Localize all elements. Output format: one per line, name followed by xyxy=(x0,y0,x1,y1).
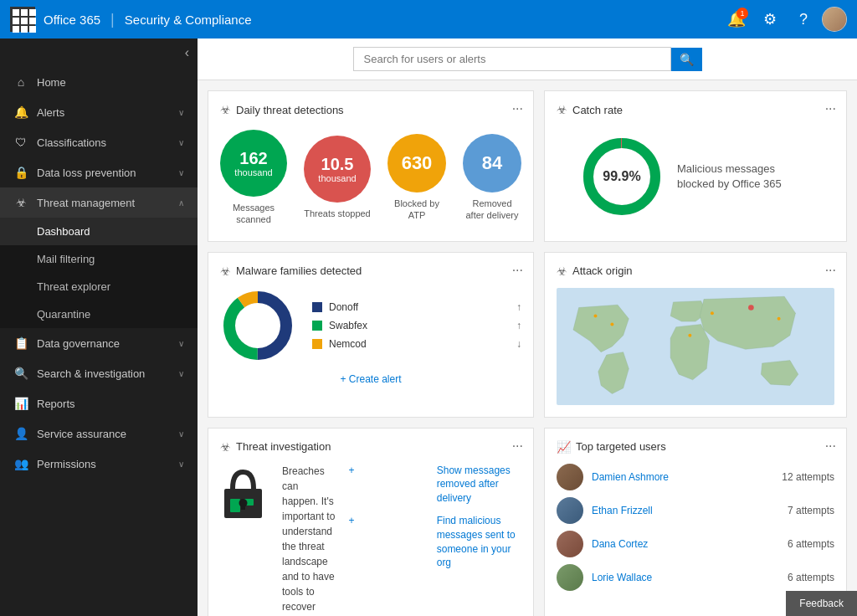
topbar: Office 365 | Security & Compliance 🔔 1 ⚙… xyxy=(0,0,857,38)
notifications-button[interactable]: 🔔 1 xyxy=(721,4,752,34)
legend-swabfex: Swabfex ↑ xyxy=(312,320,521,331)
trend-up-icon2: ↑ xyxy=(516,320,521,331)
world-map xyxy=(557,288,834,405)
threats-stopped-sub: thousand xyxy=(318,173,356,183)
lock-icon: 🔒 xyxy=(13,166,28,179)
biohazard-icon3: ☣ xyxy=(220,264,231,278)
service-assurance-icon: 👤 xyxy=(13,427,28,440)
alerts-icon: 🔔 xyxy=(13,105,28,119)
search-input[interactable] xyxy=(353,47,671,71)
removed-delivery-label: Removed after delivery xyxy=(463,198,521,222)
user-item-3: Lorie Wallace 6 attempts xyxy=(557,564,834,591)
sidebar-item-quarantine[interactable]: Quarantine xyxy=(0,300,198,328)
sidebar-label-dlp: Data loss prevention xyxy=(37,167,170,179)
sidebar-label-data-governance: Data governance xyxy=(37,337,170,350)
sidebar-item-reports[interactable]: 📊 Reports xyxy=(0,388,198,418)
sidebar-label-search: Search & investigation xyxy=(37,367,170,380)
sidebar-item-service-assurance[interactable]: 👤 Service assurance ∨ xyxy=(0,418,198,449)
sidebar-submenu-threat: Dashboard Mail filtering Threat explorer… xyxy=(0,218,198,328)
sidebar-item-data-governance[interactable]: 📋 Data governance ∨ xyxy=(0,328,198,358)
threat-management-icon: ☣ xyxy=(13,196,28,209)
daily-threats-menu[interactable]: ··· xyxy=(512,101,523,116)
malware-families-title: Malware families detected xyxy=(236,264,362,277)
blocked-atp-value: 630 xyxy=(402,152,433,174)
sidebar-label-reports: Reports xyxy=(37,398,184,410)
data-governance-icon: 📋 xyxy=(13,336,28,350)
malware-legend: Donoff ↑ Swabfex ↑ Nemcod ↓ xyxy=(312,301,521,350)
user-avatar[interactable] xyxy=(822,7,847,32)
create-alert-button[interactable]: + Create alert xyxy=(220,373,521,385)
sidebar-collapse-button[interactable]: ‹ xyxy=(185,45,189,60)
sidebar: ‹ ⌂ Home 🔔 Alerts ∨ 🛡 Classifications ∨ … xyxy=(0,38,198,616)
sidebar-label-threat-management: Threat management xyxy=(37,197,170,209)
sidebar-item-search-investigation[interactable]: 🔍 Search & investigation ∨ xyxy=(0,358,198,388)
feedback-button[interactable]: Feedback xyxy=(786,591,857,616)
user-item-1: Ethan Frizzell 7 attempts xyxy=(557,497,834,524)
malware-inner: Donoff ↑ Swabfex ↑ Nemcod ↓ xyxy=(220,288,521,363)
search-bar: 🔍 xyxy=(198,38,857,80)
notification-badge: 1 xyxy=(736,8,748,19)
svg-rect-18 xyxy=(241,503,245,510)
help-button[interactable]: ? xyxy=(788,4,819,34)
nemcod-label: Nemcod xyxy=(329,338,367,350)
chevron-down-icon: ∨ xyxy=(178,339,184,348)
user-name-3[interactable]: Lorie Wallace xyxy=(592,572,779,583)
user-name-1[interactable]: Ethan Frizzell xyxy=(592,505,779,516)
sidebar-item-threat-explorer[interactable]: Threat explorer xyxy=(0,273,198,300)
sidebar-item-threat-management[interactable]: ☣ Threat management ∧ xyxy=(0,187,198,218)
stat-threats-stopped: 10.5 thousand Threats stopped xyxy=(304,136,371,219)
threat-link-1[interactable]: + Show messages removed after delivery xyxy=(348,464,521,506)
threat-link-2[interactable]: + Find malicious messages sent to someon… xyxy=(348,514,521,570)
content-area: 🔍 ☣ Daily threat detections ··· 162 thou… xyxy=(198,38,857,616)
threats-stopped-value: 10.5 xyxy=(321,155,354,173)
top-users-card: 📈 Top targeted users ··· Damien Ashmore … xyxy=(544,428,847,616)
user-name-0[interactable]: Damien Ashmore xyxy=(592,471,773,483)
settings-button[interactable]: ⚙ xyxy=(755,4,785,34)
plus-icon: + xyxy=(348,464,433,478)
svg-rect-15 xyxy=(230,499,240,512)
user-avatar-3 xyxy=(557,564,583,591)
sidebar-item-dashboard[interactable]: Dashboard xyxy=(0,218,198,245)
sidebar-item-data-loss-prevention[interactable]: 🔒 Data loss prevention ∨ xyxy=(0,157,198,187)
biohazard-icon4: ☣ xyxy=(557,264,567,278)
donoff-label: Donoff xyxy=(329,301,358,313)
sidebar-item-permissions[interactable]: 👥 Permissions ∨ xyxy=(0,449,198,479)
search-button[interactable]: 🔍 xyxy=(671,48,702,71)
sidebar-item-classifications[interactable]: 🛡 Classifications ∨ xyxy=(0,127,198,157)
sidebar-item-mail-filtering[interactable]: Mail filtering xyxy=(0,245,198,273)
sidebar-item-alerts[interactable]: 🔔 Alerts ∨ xyxy=(0,97,198,127)
sidebar-label-service-assurance: Service assurance xyxy=(37,428,170,440)
top-users-menu[interactable]: ··· xyxy=(825,439,836,454)
sidebar-label-classifications: Classifications xyxy=(37,136,170,149)
svg-point-9 xyxy=(711,311,714,315)
svg-point-13 xyxy=(610,322,613,326)
biohazard-icon5: ☣ xyxy=(220,440,231,454)
catch-rate-title: Catch rate xyxy=(572,104,623,116)
top-users-title: Top targeted users xyxy=(576,440,666,453)
catch-rate-donut: 99.9% xyxy=(580,135,664,218)
threat-investigation-title: Threat investigation xyxy=(236,440,331,453)
user-item-2: Dana Cortez 6 attempts xyxy=(557,531,834,557)
sidebar-label-permissions: Permissions xyxy=(37,458,170,470)
chevron-down-icon: ∨ xyxy=(178,459,184,469)
user-list: Damien Ashmore 12 attempts Ethan Frizzel… xyxy=(557,464,834,591)
app-launcher-button[interactable] xyxy=(10,7,35,32)
attack-origin-menu[interactable]: ··· xyxy=(825,263,836,278)
chevron-up-icon: ∧ xyxy=(178,198,184,208)
swabfex-label: Swabfex xyxy=(329,320,367,331)
svg-point-8 xyxy=(748,305,754,311)
catch-rate-header: ☣ Catch rate xyxy=(557,103,834,116)
threat-investigation-menu[interactable]: ··· xyxy=(512,439,523,454)
legend-donoff: Donoff ↑ xyxy=(312,301,521,313)
svg-point-11 xyxy=(688,333,691,336)
sidebar-item-home[interactable]: ⌂ Home xyxy=(0,67,198,97)
removed-delivery-value: 84 xyxy=(482,152,502,174)
chevron-down-icon: ∨ xyxy=(178,138,184,147)
catch-rate-menu[interactable]: ··· xyxy=(825,101,836,116)
donoff-dot xyxy=(312,302,322,312)
chevron-down-icon: ∨ xyxy=(178,369,184,378)
threat-link-2-label: Find malicious messages sent to someone … xyxy=(437,514,521,570)
malware-families-menu[interactable]: ··· xyxy=(512,263,523,278)
user-name-2[interactable]: Dana Cortez xyxy=(592,538,779,550)
classifications-icon: 🛡 xyxy=(13,136,28,149)
